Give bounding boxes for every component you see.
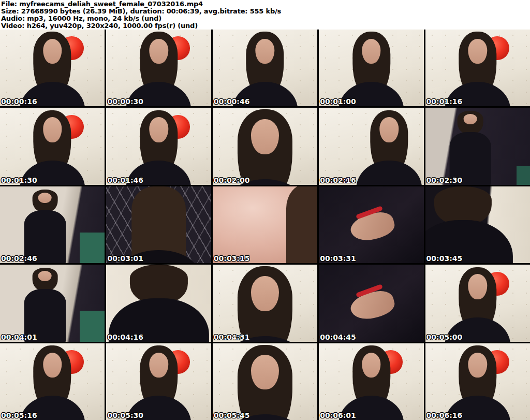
person-silhouette xyxy=(127,345,190,420)
thumbnail-timestamp: 00:00:16 xyxy=(1,97,37,106)
thumbnail-image-placeholder xyxy=(213,30,317,106)
thumbnail-timestamp: 00:03:45 xyxy=(426,254,463,263)
audio-info-line: Audio: mp3, 16000 Hz, mono, 24 kb/s (und… xyxy=(1,15,530,22)
thumbnail-image-placeholder xyxy=(319,186,423,263)
video-thumbnail: 00:03:31 xyxy=(319,186,423,263)
video-info-line: Video: h264, yuv420p, 320x240, 1000.00 f… xyxy=(1,22,530,30)
thumbnail-timestamp: 00:01:30 xyxy=(1,176,37,185)
face-shape xyxy=(149,39,168,64)
thumbnail-image-placeholder xyxy=(0,108,105,184)
thumbnail-timestamp: 00:02:16 xyxy=(320,176,356,185)
face-shape xyxy=(149,117,168,142)
person-silhouette xyxy=(425,186,511,263)
thumbnail-grid: 00:00:16 00:00:30 00:00:46 00:01:00 xyxy=(0,30,530,420)
face-shape xyxy=(468,353,487,378)
thumbnail-timestamp: 00:03:01 xyxy=(107,254,143,263)
thumbnail-timestamp: 00:02:30 xyxy=(426,176,463,185)
video-thumbnail: 00:05:45 xyxy=(213,343,317,420)
person-silhouette xyxy=(340,345,403,420)
thumbnail-image-placeholder xyxy=(106,265,211,341)
person-silhouette xyxy=(269,186,317,263)
thumbnail-image-placeholder xyxy=(319,265,423,341)
thumbnail-image-placeholder xyxy=(0,30,105,106)
thumbnail-image-placeholder xyxy=(213,343,317,420)
video-thumbnail: 00:00:30 xyxy=(106,30,211,106)
face-shape xyxy=(468,274,487,299)
face-shape xyxy=(43,39,62,64)
video-thumbnail: 00:02:16 xyxy=(319,108,423,184)
face-shape xyxy=(43,353,62,378)
person-silhouette xyxy=(233,32,296,106)
video-thumbnail: 00:01:30 xyxy=(0,108,105,184)
curtain-backdrop xyxy=(517,166,530,185)
person-silhouette xyxy=(446,267,509,342)
thumbnail-image-placeholder xyxy=(106,108,211,184)
person-silhouette xyxy=(219,266,311,341)
face-shape xyxy=(38,193,52,203)
curtain-backdrop xyxy=(80,311,105,341)
face-shape xyxy=(251,276,278,311)
thumbnail-timestamp: 00:03:15 xyxy=(214,254,250,263)
person-silhouette xyxy=(446,32,509,106)
thumbnail-image-placeholder xyxy=(425,30,530,106)
thumbnail-timestamp: 00:06:01 xyxy=(320,411,356,420)
face-shape xyxy=(251,355,278,389)
video-thumbnail: 00:04:31 xyxy=(213,265,317,341)
person-silhouette xyxy=(453,111,487,184)
media-info-header: File: myfreecams_deliah_sweet_female_070… xyxy=(0,0,530,30)
video-thumbnail: 00:02:46 xyxy=(0,186,105,263)
video-thumbnail: 00:01:16 xyxy=(425,30,530,106)
person-silhouette xyxy=(340,32,403,106)
curtain-backdrop xyxy=(80,233,105,263)
thumbnail-timestamp: 00:05:16 xyxy=(1,411,37,420)
person-silhouette xyxy=(21,345,83,420)
thumbnail-image-placeholder xyxy=(106,186,211,263)
video-thumbnail: 00:03:45 xyxy=(425,186,530,263)
thumbnail-timestamp: 00:01:00 xyxy=(320,97,356,106)
video-thumbnail: 00:01:46 xyxy=(106,108,211,184)
thumbnail-timestamp: 00:04:01 xyxy=(1,333,37,342)
person-silhouette xyxy=(446,345,509,420)
thumbnail-image-placeholder xyxy=(425,108,530,184)
video-thumbnail: 00:01:00 xyxy=(319,30,423,106)
person-silhouette xyxy=(21,110,83,185)
thumbnail-timestamp: 00:00:46 xyxy=(214,97,250,106)
thumbnail-image-placeholder xyxy=(425,343,530,420)
person-silhouette xyxy=(219,109,311,184)
thumbnail-image-placeholder xyxy=(106,343,211,420)
thumbnail-image-placeholder xyxy=(319,108,423,184)
thumbnail-image-placeholder xyxy=(425,186,530,263)
video-thumbnail: 00:05:00 xyxy=(425,265,530,341)
thumbnail-image-placeholder xyxy=(0,343,105,420)
thumbnail-timestamp: 00:02:00 xyxy=(214,176,250,185)
person-silhouette xyxy=(127,110,190,185)
person-silhouette xyxy=(28,268,62,341)
thumbnail-timestamp: 00:03:31 xyxy=(320,254,356,263)
thumbnail-timestamp: 00:05:45 xyxy=(214,411,250,420)
thumbnail-timestamp: 00:01:46 xyxy=(107,176,143,185)
video-thumbnail: 00:06:01 xyxy=(319,343,423,420)
video-thumbnail: 00:03:15 xyxy=(213,186,317,263)
person-silhouette xyxy=(219,345,311,420)
thumbnail-image-placeholder xyxy=(106,30,211,106)
thumbnail-image-placeholder xyxy=(319,30,423,106)
thumbnail-timestamp: 00:06:16 xyxy=(426,411,463,420)
thumbnail-timestamp: 00:04:31 xyxy=(214,333,250,342)
video-thumbnail: 00:04:16 xyxy=(106,265,211,341)
person-silhouette xyxy=(110,265,207,341)
thumbnail-timestamp: 00:05:00 xyxy=(426,333,463,342)
video-thumbnail: 00:06:16 xyxy=(425,343,530,420)
thumbnail-image-placeholder xyxy=(0,186,105,263)
person-silhouette xyxy=(28,190,62,263)
thumbnail-timestamp: 00:05:30 xyxy=(107,411,143,420)
face-shape xyxy=(362,353,380,378)
thumbnail-timestamp: 00:00:30 xyxy=(107,97,143,106)
thumbnail-image-placeholder xyxy=(213,186,317,263)
video-thumbnail: 00:02:00 xyxy=(213,108,317,184)
hand-shape xyxy=(348,287,396,323)
video-thumbnail: 00:05:16 xyxy=(0,343,105,420)
thumbnail-image-placeholder xyxy=(213,265,317,341)
file-name-line: File: myfreecams_deliah_sweet_female_070… xyxy=(1,1,530,8)
face-shape xyxy=(362,39,380,64)
face-shape xyxy=(38,271,52,281)
